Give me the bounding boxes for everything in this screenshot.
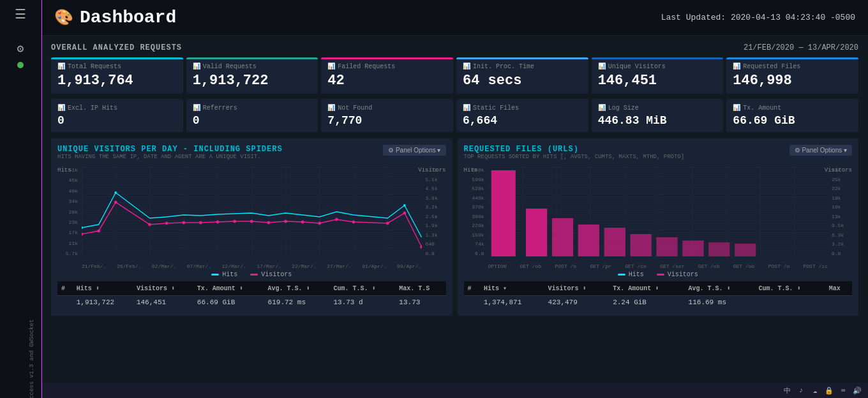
chart-x-label: 01/Apr/. (362, 263, 386, 269)
chart-y-label: 17k (69, 230, 78, 235)
chart-y-label: 300k (472, 214, 484, 219)
visitors-panel-header: UNIQUE VISITORS PER DAY - INCLUDING SPID… (57, 145, 446, 164)
taskbar-icon[interactable]: ☁ (809, 385, 821, 396)
last-updated-value: 2020-04-13 04:23:40 -0500 (731, 13, 855, 22)
chart-y-label: 45k (69, 177, 78, 183)
stat-icon-requested-files: 📊 (733, 63, 740, 70)
last-updated-label: Last Updated: (661, 13, 726, 22)
chart-y-label: 51k (69, 167, 78, 173)
table-header: Tx. Amount ⬍ (193, 281, 264, 296)
stats-grid-row2: 📊 Excl. IP Hits 0 📊 Referrers 0 📊 Not Fo… (51, 99, 858, 132)
stat-card-tx-amount[interactable]: 📊 Tx. Amount 66.69 GiB (726, 99, 858, 132)
visitors-panel-titles: UNIQUE VISITORS PER DAY - INCLUDING SPID… (57, 145, 283, 164)
chart-x-label: GET /ob (520, 263, 542, 269)
chart-y-label: 150k (472, 232, 484, 238)
taskbar-icon[interactable]: 中 (781, 385, 793, 396)
svg-rect-24 (491, 170, 515, 256)
chart-y-label: 29k (832, 167, 841, 173)
svg-point-5 (165, 222, 168, 225)
requested-svg (488, 167, 828, 256)
visitors-panel-options-btn[interactable]: ⚙ Panel Options ▾ (383, 145, 445, 156)
table-cell: 1,374,871 (480, 296, 544, 309)
stat-label-requested-files: 📊 Requested Files (733, 63, 852, 70)
stat-card-failed-requests[interactable]: 📊 Failed Requests 42 (321, 57, 453, 94)
chart-y-label: 590k (472, 177, 484, 182)
chart-y-label: 9.5k (832, 223, 844, 228)
stat-card-unique-visitors[interactable]: 📊 Unique Visitors 146,451 (592, 57, 724, 94)
svg-point-3 (114, 201, 117, 204)
stat-icon-excl-ip-hits: 📊 (57, 104, 65, 112)
chart-y-label: 25k (832, 177, 841, 182)
legend-item: Visitors (657, 271, 698, 278)
chart-y-label: 6.3k (832, 232, 844, 238)
legend-item: Hits (211, 271, 237, 278)
dashboard-icon: 🎨 (54, 8, 73, 27)
menu-icon[interactable]: ☰ (15, 6, 26, 22)
stat-card-total-requests[interactable]: 📊 Total Requests 1,913,764 (51, 57, 183, 94)
taskbar-icon[interactable]: ⌨ (837, 385, 849, 396)
taskbar-icon[interactable]: 🔊 (851, 385, 863, 396)
stat-card-referrers[interactable]: 📊 Referrers 0 (186, 99, 318, 132)
chart-y-label: 440k (472, 195, 484, 201)
legend-color (657, 274, 664, 276)
table-cell (464, 296, 480, 309)
stat-card-valid-requests[interactable]: 📊 Valid Requests 1,913,722 (186, 57, 318, 94)
chart-y-label: 11k (69, 240, 78, 246)
svg-rect-28 (604, 228, 625, 256)
chart-y-label: 16k (832, 204, 841, 210)
svg-point-2 (97, 230, 100, 233)
chart-y-label: 5.7k (426, 167, 438, 173)
table-header: Hits ⬍ (73, 281, 133, 296)
svg-point-7 (199, 221, 202, 225)
requested-panel-options-btn[interactable]: ⚙ Panel Options ▾ (789, 145, 852, 156)
chart-y-label: 640 (426, 241, 435, 247)
chart-y-label: 370k (472, 204, 484, 210)
requested-y-left-labels: 660k590k520k440k370k300k220k150k74k0.0 (464, 167, 486, 256)
panels-row: UNIQUE VISITORS PER DAY - INCLUDING SPID… (51, 138, 858, 316)
taskbar-icon[interactable]: ♪ (795, 385, 807, 396)
legend-color (250, 274, 258, 276)
chart-x-label: 22/Mar/. (292, 263, 316, 269)
chart-y-label: 1.3k (426, 232, 438, 238)
svg-point-21 (114, 191, 117, 194)
stat-value-log-size: 446.83 MiB (598, 114, 717, 127)
stat-card-not-found[interactable]: 📊 Not Found 7,770 (321, 99, 453, 132)
chart-y-label: 23k (69, 219, 78, 225)
svg-rect-0 (82, 167, 422, 256)
taskbar-icon[interactable]: 🔒 (823, 385, 835, 396)
last-updated: Last Updated: 2020-04-13 04:23:40 -0500 (661, 13, 855, 22)
table-cell: 423,479 (544, 296, 610, 309)
table-cell: 116.69 ms (685, 296, 755, 309)
stat-card-init-proc-time[interactable]: 📊 Init. Proc. Time 64 secs (456, 57, 588, 94)
sidebar-label: by GoAccess v1.3 and GWSocket (29, 320, 35, 398)
svg-point-18 (403, 212, 406, 215)
legend-label: Visitors (668, 271, 698, 278)
stat-card-static-files[interactable]: 📊 Static Files 6,664 (456, 99, 588, 132)
stat-card-requested-files[interactable]: 📊 Requested Files 146,998 (726, 57, 858, 94)
legend-color (211, 274, 219, 276)
chart-y-label: 220k (472, 223, 484, 228)
table-cell (825, 296, 852, 309)
chart-y-label: 0.0 (426, 251, 435, 256)
stat-card-log-size[interactable]: 📊 Log Size 446.83 MiB (592, 99, 724, 132)
svg-rect-31 (682, 240, 703, 256)
legend-color (618, 274, 625, 276)
chart-y-label: 3.8k (426, 195, 438, 201)
stat-icon-tx-amount: 📊 (733, 104, 740, 112)
chart-y-label: 74k (475, 241, 484, 247)
stat-card-excl-ip-hits[interactable]: 📊 Excl. IP Hits 0 (51, 99, 183, 132)
stat-icon-log-size: 📊 (598, 104, 606, 112)
stat-label-excl-ip-hits: 📊 Excl. IP Hits (57, 104, 177, 112)
gear-icon[interactable]: ⚙ (17, 41, 24, 55)
stat-value-tx-amount: 66.69 GiB (733, 114, 852, 127)
stat-value-valid-requests: 1,913,722 (193, 73, 312, 89)
svg-point-17 (386, 222, 389, 225)
stat-label-log-size: 📊 Log Size (598, 104, 717, 112)
requested-panel-subtitle: TOP REQUESTS SORTED BY HITS [, AVGTS, CU… (464, 154, 685, 160)
table-header: Avg. T.S. ⬍ (264, 281, 330, 296)
requested-panel: REQUESTED FILES (URLS) TOP REQUESTS SORT… (458, 138, 859, 316)
chart-y-label: 5.1k (426, 177, 438, 182)
chart-y-label: 3.2k (426, 204, 438, 210)
chart-x-label: GET /ser (660, 263, 684, 269)
svg-rect-27 (578, 225, 599, 256)
